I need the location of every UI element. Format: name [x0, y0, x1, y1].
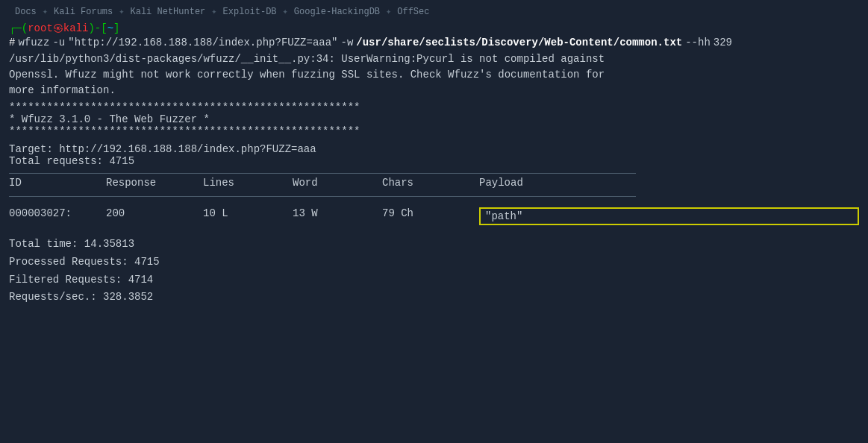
rps-label: Requests/sec.:	[9, 291, 97, 303]
filtered-line: Filtered Requests: 4714	[9, 271, 859, 289]
command-line: # wfuzz -u "http://192.168.188.188/index…	[9, 37, 859, 48]
stars-top: ****************************************…	[9, 101, 859, 113]
terminal-content: ┌─(root㉿kali)-[~] # wfuzz -u "http://192…	[9, 22, 859, 307]
cmd-u-flag: -u	[52, 37, 65, 48]
table-divider-header-bottom	[9, 196, 636, 197]
total-time-line: Total time: 14.35813	[9, 236, 859, 254]
separator: ✦	[43, 6, 48, 17]
prompt-bracket-open: ┌─(	[9, 22, 28, 34]
cmd-hh-value: 329	[714, 37, 732, 48]
col-header-chars: Chars	[382, 177, 479, 189]
rps-num: 328.3852	[103, 291, 153, 303]
col-header-id: ID	[9, 177, 106, 189]
target-url-value: http://192.168.188.188/index.php?FUZZ=aa…	[59, 143, 316, 155]
processed-num: 4715	[134, 256, 160, 268]
processed-label: Processed Requests:	[9, 256, 128, 268]
tab-bar: Docs ✦ Kali Forums ✦ Kali NetHunter ✦ Ex…	[9, 6, 859, 17]
wfuzz-title-line: * Wfuzz 3.1.0 - The Web Fuzzer *	[9, 113, 859, 125]
tab-ghdb[interactable]: Google-HackingDB	[288, 7, 386, 17]
warning-line3: more information.	[9, 83, 859, 98]
cmd-wordlist: /usr/share/seclists/Discovery/Web-Conten…	[356, 37, 682, 48]
cell-id: 000003027:	[9, 207, 106, 225]
warning-line1: /usr/lib/python3/dist-packages/wfuzz/__i…	[9, 51, 859, 67]
cell-payload: "path"	[479, 207, 859, 225]
target-block: Target: http://192.168.188.188/index.php…	[9, 143, 859, 167]
cmd-url: "http://192.168.188.188/index.php?FUZZ=a…	[68, 37, 337, 48]
table-row: 000003027: 200 10 L 13 W 79 Ch "path"	[9, 203, 859, 230]
cell-lines: 10 L	[203, 207, 293, 225]
warning-line2: Openssl. Wfuzz might not work correctly …	[9, 67, 859, 83]
stars-block: ****************************************…	[9, 101, 859, 137]
processed-line: Processed Requests: 4715	[9, 254, 859, 271]
cell-word: 13 W	[293, 207, 382, 225]
total-requests-num: 4715	[109, 155, 134, 167]
prompt-directory: ~	[107, 22, 113, 34]
prompt-user-host: root㉿kali	[28, 22, 88, 35]
separator: ✦	[386, 6, 391, 17]
prompt-line: ┌─(root㉿kali)-[~]	[9, 22, 859, 35]
stars-bottom: ****************************************…	[9, 125, 859, 137]
cell-response: 200	[106, 207, 203, 225]
col-header-word: Word	[293, 177, 382, 189]
cmd-wfuzz: wfuzz	[18, 37, 49, 48]
summary-block: Total time: 14.35813 Processed Requests:…	[9, 236, 859, 307]
col-header-payload: Payload	[479, 177, 859, 189]
target-label: Target:	[9, 143, 53, 155]
prompt-hash: #	[9, 37, 15, 48]
terminal-window: Docs ✦ Kali Forums ✦ Kali NetHunter ✦ Ex…	[0, 0, 868, 443]
prompt-bracket-end: ]	[113, 22, 119, 34]
tab-forums[interactable]: Kali Forums	[48, 7, 119, 17]
filtered-label: Filtered Requests:	[9, 274, 122, 286]
col-header-lines: Lines	[203, 177, 293, 189]
warning-block: /usr/lib/python3/dist-packages/wfuzz/__i…	[9, 51, 859, 98]
total-time-label: Total time:	[9, 238, 78, 250]
col-header-response: Response	[106, 177, 203, 189]
prompt-bracket-close: )-[	[88, 22, 107, 34]
cell-chars: 79 Ch	[382, 207, 479, 225]
tab-offsec[interactable]: OffSec	[391, 7, 435, 17]
table-header-row: ID Response Lines Word Chars Payload	[9, 175, 859, 190]
total-requests-line: Total requests: 4715	[9, 155, 859, 167]
target-line: Target: http://192.168.188.188/index.php…	[9, 143, 859, 155]
tab-docs[interactable]: Docs	[9, 7, 43, 17]
total-time-num: 14.35813	[84, 238, 134, 250]
table-divider-top	[9, 173, 636, 174]
cmd-hh-flag: --hh	[685, 37, 711, 48]
total-requests-label: Total requests:	[9, 155, 103, 167]
tab-exploitdb[interactable]: Exploit-DB	[217, 7, 283, 17]
separator: ✦	[283, 6, 288, 17]
separator: ✦	[119, 6, 124, 17]
tab-nethunter[interactable]: Kali NetHunter	[125, 7, 212, 17]
cmd-w-flag: -w	[341, 37, 354, 48]
separator: ✦	[211, 6, 216, 17]
rps-line: Requests/sec.: 328.3852	[9, 289, 859, 307]
filtered-num: 4714	[128, 274, 154, 286]
